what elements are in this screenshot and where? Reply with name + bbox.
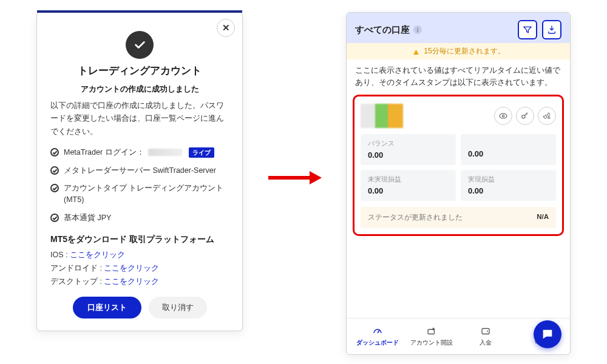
accounts-app-screen: すべての口座 i ▲ 15分毎に更新されます。 ここに表示されている値はすべてリ… [346,12,571,355]
key-icon [520,111,530,121]
detail-account-type: アカウントタイプ トレーディングアカウント (MT5) [50,183,229,206]
warning-icon: ▲ [412,47,420,56]
live-badge: ライブ [189,147,214,158]
modal-description: 以下の詳細で口座の作成に成功しました。パスワードを変更したい場合は、口座一覧ペー… [50,99,229,138]
nav-dashboard[interactable]: ダッシュボード [350,325,404,348]
desktop-download-link[interactable]: ここをクリック [104,277,159,286]
wallet-icon [480,326,492,337]
balance-label: バランス [368,140,449,148]
ios-download-link[interactable]: ここをクリック [70,251,125,259]
detail-server: メタトレーダーサーバー SwiftTrader-Server [50,165,229,177]
modal-title: トレーディングアカウント [50,64,229,78]
close-icon: ✕ [222,22,230,33]
success-check-icon [126,31,154,59]
svg-point-2 [500,113,507,118]
detail-base-currency: 基本通貨 JPY [50,212,229,224]
chat-icon [541,328,554,341]
password-button[interactable] [516,107,534,125]
download-desktop-row: デスクトップ : ここをクリック [50,277,229,287]
nav-open-account[interactable]: アカウント開設 [404,325,458,348]
view-account-button[interactable] [494,107,512,125]
svg-point-4 [522,115,525,118]
check-icon [50,148,59,157]
recycle-icon [542,111,552,121]
check-icon [50,214,59,222]
close-button[interactable]: ✕ [217,19,235,37]
svg-rect-6 [482,329,489,334]
svg-point-3 [502,115,504,116]
status-label: ステータスが更新されました [368,213,463,222]
stat-realized: 実現損益 0.00 [461,170,556,201]
balance-value: 0.00 [368,150,449,160]
realized-value: 0.00 [468,186,549,195]
page-title: すべての口座 i [355,24,422,36]
download-icon [547,25,557,35]
realtime-note: ここに表示されている値はすべてリアルタイムに近い値であり、そのタイムスタンプは以… [347,59,570,91]
info-icon[interactable]: i [413,25,422,34]
download-heading: MT5をダウンロード 取引プラットフォーム [50,234,229,246]
cancel-button[interactable]: 取り消す [149,297,207,318]
account-details-list: MetaTrader ログイン： ライブ メタトレーダーサーバー SwiftTr… [50,147,229,224]
flow-arrow-icon [267,170,322,186]
export-button[interactable] [542,20,561,39]
login-label: MetaTrader ログイン： [64,148,144,157]
nav-deposit[interactable]: 入金 [458,325,512,348]
check-icon [50,166,59,175]
svg-marker-1 [310,171,322,184]
realized-label: 実現損益 [468,175,549,184]
add-account-icon [426,326,438,337]
download-ios-row: IOS : ここをクリック [50,250,229,260]
unrealized-label: 未実現損益 [368,175,449,184]
filter-button[interactable] [518,20,537,39]
detail-login: MetaTrader ログイン： ライブ [50,147,229,158]
unrealized-value: 0.00 [368,186,449,195]
account-list-button[interactable]: 口座リスト [73,297,141,318]
status-updated-row: ステータスが更新されました N/A [361,207,556,228]
stat-secondary: 0.00 [461,134,556,165]
login-value-redacted [148,149,182,156]
funnel-icon [523,25,532,35]
gauge-icon [371,326,384,337]
bottom-nav: ダッシュボード アカウント開設 入金 もっ [347,318,570,354]
app-header: すべての口座 i [347,13,570,43]
trading-account-modal: ✕ トレーディングアカウント アカウントの作成に成功しました 以下の詳細で口座の… [36,12,243,331]
secondary-value: 0.00 [468,149,549,158]
refresh-notice: ▲ 15分毎に更新されます。 [347,43,570,59]
refresh-button[interactable] [538,107,556,125]
stat-balance: バランス 0.00 [361,134,456,165]
chat-fab[interactable] [534,320,561,348]
status-value: N/A [537,213,549,222]
stat-unrealized: 未実現損益 0.00 [361,170,456,201]
download-android-row: アンドロイド : ここをクリック [50,263,229,274]
modal-subtitle: アカウントの作成に成功しました [50,84,229,95]
svg-point-7 [486,331,487,332]
android-download-link[interactable]: ここをクリック [104,264,159,272]
eye-icon [498,111,508,121]
check-icon [50,184,59,192]
account-card: バランス 0.00 0.00 未実現損益 0.00 実現損益 0.00 ステータ… [353,95,564,236]
account-identity-redacted [361,104,403,128]
